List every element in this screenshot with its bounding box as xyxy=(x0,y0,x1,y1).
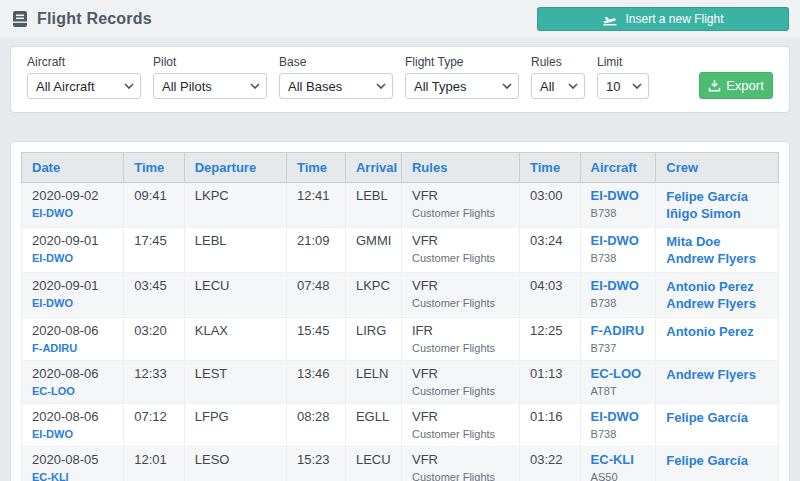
arrival-time-cell: 07:48 xyxy=(286,273,345,318)
filter-select[interactable]: All Bases xyxy=(279,73,393,99)
insert-flight-label: Insert a new Flight xyxy=(625,12,723,26)
aircraft-reg-link[interactable]: EC-LOO xyxy=(32,384,113,398)
departure-time-cell: 03:45 xyxy=(124,273,185,318)
crew-link[interactable]: Antonio Perez xyxy=(666,323,768,340)
aircraft-reg-link[interactable]: EC-KLI xyxy=(32,470,113,481)
filter-select[interactable]: All Types xyxy=(405,73,519,99)
departure-airport: LEST xyxy=(195,366,276,382)
flight-row: 2020-08-05 EC-KLI 12:01 LESO 15:23 LECU … xyxy=(22,447,779,481)
flight-rules: VFR xyxy=(412,452,509,468)
arrival-cell: EGLL xyxy=(345,404,401,447)
crew-link[interactable]: Felipe García xyxy=(666,409,768,426)
crew-link[interactable]: Iñigo Simon xyxy=(666,205,768,222)
filter-flight-type: Flight Type All Types xyxy=(405,55,519,99)
duration-cell: 01:16 xyxy=(520,404,581,447)
departure-cell: LESO xyxy=(184,447,286,481)
aircraft-type: B738 xyxy=(591,251,646,265)
aircraft-reg-link[interactable]: EI-DWO xyxy=(32,251,113,265)
flight-row: 2020-09-02 EI-DWO 09:41 LKPC 12:41 LEBL … xyxy=(22,183,779,228)
rules-cell: VFR Customer Flights xyxy=(401,404,519,447)
column-header: Aircraft xyxy=(580,153,656,183)
arrival-time-cell: 08:28 xyxy=(286,404,345,447)
filter-label: Limit xyxy=(597,55,649,69)
flight-date: 2020-08-06 xyxy=(32,323,113,339)
flight-type: Customer Flights xyxy=(412,206,509,220)
departure-cell: LFPG xyxy=(184,404,286,447)
arrival-time-cell: 12:41 xyxy=(286,183,345,228)
departure-airport: LFPG xyxy=(195,409,276,425)
arrival-time: 08:28 xyxy=(297,409,335,425)
crew-link[interactable]: Andrew Flyers xyxy=(666,366,768,383)
aircraft-reg-link[interactable]: EI-DWO xyxy=(591,278,646,294)
departure-time: 09:41 xyxy=(134,188,174,204)
aircraft-reg-link[interactable]: F-ADIRU xyxy=(32,341,113,355)
aircraft-reg-link[interactable]: F-ADIRU xyxy=(591,323,646,339)
flight-rules: VFR xyxy=(412,409,509,425)
aircraft-cell: F-ADIRU B737 xyxy=(580,318,656,361)
departure-airport: KLAX xyxy=(195,323,276,339)
date-cell: 2020-08-06 EI-DWO xyxy=(22,404,124,447)
duration-cell: 04:03 xyxy=(520,273,581,318)
filter-label: Pilot xyxy=(153,55,267,69)
aircraft-cell: EC-KLI AS50 xyxy=(580,447,656,481)
filter-label: Base xyxy=(279,55,393,69)
rules-cell: IFR Customer Flights xyxy=(401,318,519,361)
aircraft-reg-link[interactable]: EI-DWO xyxy=(32,296,113,310)
arrival-airport: EGLL xyxy=(356,409,391,425)
export-button[interactable]: Export xyxy=(699,72,773,99)
flight-duration: 03:24 xyxy=(530,233,570,249)
aircraft-type: AS50 xyxy=(591,470,646,481)
aircraft-reg-link[interactable]: EI-DWO xyxy=(591,188,646,204)
flight-date: 2020-09-01 xyxy=(32,278,113,294)
crew-link[interactable]: Andrew Flyers xyxy=(666,295,768,312)
crew-link[interactable]: Felipe García xyxy=(666,188,768,205)
arrival-airport: LECU xyxy=(356,452,391,468)
flight-type: Customer Flights xyxy=(412,341,509,355)
departure-time-cell: 07:12 xyxy=(124,404,185,447)
rules-cell: VFR Customer Flights xyxy=(401,447,519,481)
crew-cell: Antonio Perez xyxy=(656,318,779,361)
crew-link[interactable]: Antonio Perez xyxy=(666,278,768,295)
aircraft-reg-link[interactable]: EI-DWO xyxy=(32,427,113,441)
departure-time-cell: 12:01 xyxy=(124,447,185,481)
filter-select[interactable]: All Aircraft xyxy=(27,73,141,99)
column-header: Departure xyxy=(184,153,286,183)
flight-date: 2020-08-06 xyxy=(32,366,113,382)
main-content: Aircraft All Aircraft Pilot All Pilots B… xyxy=(0,46,800,481)
crew-cell: Felipe García xyxy=(656,447,779,481)
crew-cell: Felipe GarcíaIñigo Simon xyxy=(656,183,779,228)
crew-cell: Felipe García xyxy=(656,404,779,447)
aircraft-reg-link[interactable]: EI-DWO xyxy=(591,409,646,425)
flight-date: 2020-08-05 xyxy=(32,452,113,468)
departure-airport: LECU xyxy=(195,278,276,294)
filter-select[interactable]: All Pilots xyxy=(153,73,267,99)
aircraft-reg-link[interactable]: EI-DWO xyxy=(32,206,113,220)
date-cell: 2020-08-05 EC-KLI xyxy=(22,447,124,481)
filter-label: Rules xyxy=(531,55,585,69)
arrival-airport: LELN xyxy=(356,366,391,382)
departure-time: 12:33 xyxy=(134,366,174,382)
aircraft-reg-link[interactable]: EC-KLI xyxy=(591,452,646,468)
filter-select[interactable]: All xyxy=(531,73,585,99)
crew-link[interactable]: Mita Doe xyxy=(666,233,768,250)
insert-flight-button[interactable]: Insert a new Flight xyxy=(537,7,789,31)
arrival-time: 21:09 xyxy=(297,233,335,249)
export-label: Export xyxy=(726,78,764,93)
flight-records-icon xyxy=(11,10,29,28)
flight-date: 2020-09-01 xyxy=(32,233,113,249)
departure-airport: LEBL xyxy=(195,233,276,249)
flight-row: 2020-09-01 EI-DWO 17:45 LEBL 21:09 GMMI … xyxy=(22,228,779,273)
aircraft-cell: EI-DWO B738 xyxy=(580,273,656,318)
aircraft-reg-link[interactable]: EI-DWO xyxy=(591,233,646,249)
flight-type: Customer Flights xyxy=(412,470,509,481)
page-title: Flight Records xyxy=(37,10,152,28)
filter-limit: Limit 10 xyxy=(597,55,649,99)
crew-cell: Mita DoeAndrew Flyers xyxy=(656,228,779,273)
crew-link[interactable]: Andrew Flyers xyxy=(666,250,768,267)
filter-select[interactable]: 10 xyxy=(597,73,649,99)
flight-records-table: DateTimeDepartureTimeArrivalRulesTimeAir… xyxy=(21,152,779,481)
aircraft-reg-link[interactable]: EC-LOO xyxy=(591,366,646,382)
arrival-airport: GMMI xyxy=(356,233,391,249)
crew-link[interactable]: Felipe García xyxy=(666,452,768,469)
flight-row: 2020-08-06 EI-DWO 07:12 LFPG 08:28 EGLL … xyxy=(22,404,779,447)
